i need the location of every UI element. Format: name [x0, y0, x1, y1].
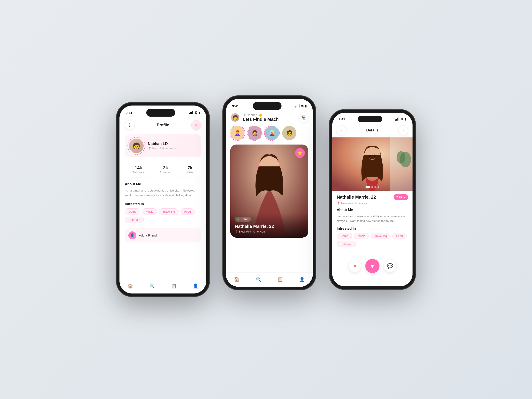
card-bottom: Online Nathalie Marrie, 22 📍 New York, A…: [230, 213, 308, 238]
profile-row: 🧑 Nabhan LD 📍 New York, American: [125, 134, 201, 157]
p3-about-title: About Me: [337, 208, 408, 212]
stats-row: 14k Followers 3k Following 7k Likes: [125, 162, 201, 178]
ghost-icon: 👻: [301, 115, 306, 120]
more-icon: ⋮: [401, 128, 405, 133]
star-icon: ⭐: [298, 151, 302, 155]
tag-food[interactable]: Food: [180, 208, 195, 215]
nav-home-1[interactable]: 🏠: [127, 283, 133, 289]
tag-music[interactable]: Music: [142, 208, 157, 215]
profile-info: Nabhan LD 📍 New York, American: [148, 142, 178, 150]
status-icons-2: ⌘ ▮: [296, 104, 307, 108]
p3-interests-title: Intrested In: [337, 227, 408, 231]
nav-profile-1[interactable]: 👤: [192, 283, 199, 289]
nav-search-1[interactable]: 🔍: [149, 283, 155, 289]
p3-name: Nathalie Marrie, 22: [337, 195, 376, 200]
battery-1: ▮: [199, 111, 200, 114]
p2-text: Hi Nabhan 👋 Lets Find a Mach: [243, 113, 279, 122]
phone-3: 9:41 ⌘ ▮: [329, 109, 416, 290]
p3-tag-entertain[interactable]: Entertain: [337, 241, 356, 247]
nav-matches-2[interactable]: 📋: [277, 276, 283, 282]
phone-2-screen: 9:41 ⌘ ▮: [226, 99, 313, 287]
signal-3: [395, 117, 399, 120]
p3-content: Nathalie Marrie, 22 7.2K ♥ 📍 New York, A…: [332, 191, 412, 251]
p3-page-title: Details: [366, 128, 379, 133]
nav-search-2[interactable]: 🔍: [255, 276, 262, 282]
p2-bg: 9:41 ⌘ ▮: [226, 99, 313, 287]
story-3[interactable]: 👩‍🦳: [265, 126, 279, 140]
p3-location: 📍 New York, American: [337, 202, 408, 205]
like-button[interactable]: ♥: [365, 259, 380, 273]
interests-title-1: Intrested In: [125, 202, 201, 206]
status-icons-1: ⌘ ▮: [189, 111, 200, 114]
add-friend-left: 👤 Add a Friend: [128, 231, 157, 239]
p3-tag-travelling[interactable]: Travelling: [371, 233, 391, 239]
location-icon: 📍: [148, 147, 151, 150]
p2-header-left: 🧑 Hi Nabhan 👋 Lets Find a Mach: [230, 113, 279, 122]
p2-person: 🧑: [231, 113, 239, 122]
more-button[interactable]: ⋮: [398, 126, 408, 135]
nav-profile-2[interactable]: 👤: [299, 276, 305, 282]
tag-game[interactable]: Game: [125, 208, 140, 215]
card-star-button[interactable]: ⭐: [295, 148, 305, 158]
likes-badge: 7.2K ♥: [394, 194, 408, 200]
online-badge: Online: [235, 217, 251, 222]
card-location: 📍 New York, American: [235, 230, 304, 233]
chevron-right-icon: ›: [196, 233, 197, 238]
following-label: Following: [160, 171, 171, 174]
svg-point-8: [369, 155, 371, 157]
p3-tag-food[interactable]: Food: [392, 233, 406, 239]
stat-following: 3k Following: [160, 165, 171, 174]
menu-button[interactable]: ⋮: [125, 120, 134, 130]
story-img-4: 🧑: [282, 126, 296, 140]
svg-point-6: [397, 151, 405, 164]
online-dot: [237, 218, 239, 220]
add-friend-row[interactable]: 👤 Add a Friend ›: [125, 228, 201, 242]
profile-name: Nabhan LD: [148, 142, 178, 146]
main-card[interactable]: ⭐ Online Nathalie Marrie, 22 📍 New York,…: [230, 145, 308, 238]
page-title-1: Profile: [157, 123, 169, 127]
p2-header: 🧑 Hi Nabhan 👋 Lets Find a Mach 👻: [226, 110, 313, 126]
battery-3: ▮: [405, 117, 406, 121]
chat-button[interactable]: 💬: [384, 260, 396, 272]
p3-tag-game[interactable]: Game: [337, 233, 352, 239]
p3-hero-img: [332, 137, 412, 191]
nav-matches-1[interactable]: 📋: [171, 283, 177, 289]
time-3: 9:41: [338, 117, 345, 121]
stat-followers: 14k Followers: [133, 165, 144, 174]
story-1[interactable]: 👩‍🦰: [230, 126, 245, 140]
add-friend-text: Add a Friend: [139, 234, 157, 237]
avatar-wrap: 🧑: [128, 138, 144, 154]
p1-content: ⋮ Profile ✏ 🧑 Nabh: [120, 117, 206, 293]
avatar-ring: [127, 137, 145, 155]
status-bar-3: 9:41 ⌘ ▮: [332, 113, 412, 122]
p3-interests: Game Music Travelling Food Entertain: [337, 233, 408, 247]
p3-location-icon: 📍: [337, 202, 340, 205]
phone-3-screen: 9:41 ⌘ ▮: [332, 113, 412, 286]
notch-1: [146, 109, 175, 117]
p3-tag-music[interactable]: Music: [354, 233, 369, 239]
status-bar-2: 9:41 ⌘ ▮: [226, 99, 313, 110]
tag-entertain[interactable]: Entertain: [125, 216, 144, 223]
p3-name-row: Nathalie Marrie, 22 7.2K ♥: [337, 194, 408, 200]
notch-3: [358, 116, 382, 122]
dislike-button[interactable]: ✕: [349, 260, 361, 272]
bottom-nav-1: 🏠 🔍 📋 👤: [120, 279, 206, 293]
story-4[interactable]: 🧑: [282, 126, 296, 140]
chat-icon: 💬: [387, 263, 393, 269]
edit-button[interactable]: ✏: [191, 120, 201, 130]
likes-count: 7k: [187, 165, 193, 171]
interests-1: Game Music Travelling Food Entertain: [125, 208, 201, 223]
p2-title: Lets Find a Mach: [243, 117, 279, 122]
add-friend-icon: 👤: [128, 231, 136, 239]
wifi-3: ⌘: [400, 117, 403, 121]
about-title-1: About Me: [125, 182, 201, 186]
back-button[interactable]: ‹: [337, 126, 347, 135]
likes-count: 7.2K: [396, 196, 402, 199]
svg-point-9: [374, 155, 375, 157]
story-2[interactable]: 👩: [248, 126, 262, 140]
nav-home-2[interactable]: 🏠: [234, 276, 240, 282]
dot-1: [366, 186, 370, 188]
p1-header: ⋮ Profile ✏: [125, 117, 201, 134]
tag-travelling[interactable]: Travelling: [159, 208, 179, 215]
notif-button[interactable]: 👻: [298, 113, 308, 122]
